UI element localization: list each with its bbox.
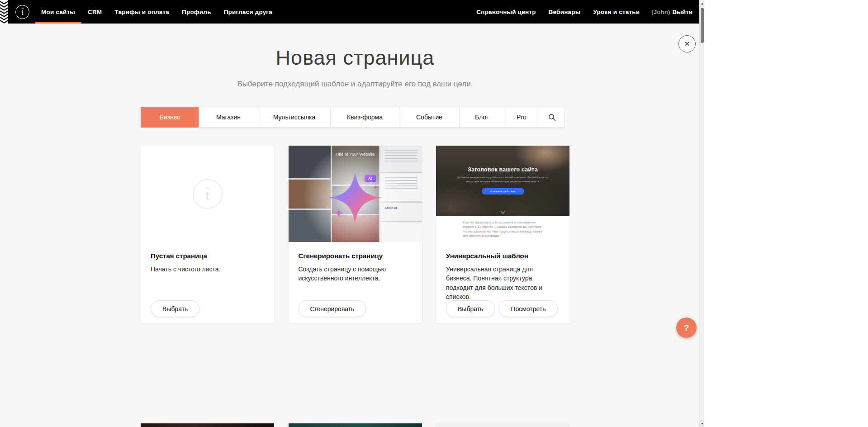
nav-item-invite-friend[interactable]: Пригласи друга xyxy=(218,0,279,24)
logout-link[interactable]: Выйти xyxy=(673,9,693,15)
user-name: (John) xyxy=(651,9,670,15)
card-universal-template[interactable]: Заголовок вашего сайта Добавьте интересн… xyxy=(436,146,569,323)
help-question-icon: ? xyxy=(684,323,689,333)
close-button[interactable]: ✕ xyxy=(678,35,696,52)
app-window: ~ t Мои сайты CRM Тарифы и оплата Профил… xyxy=(0,0,704,427)
card-description: Начать с чистого листа. xyxy=(151,265,264,274)
top-navbar: ~ t Мои сайты CRM Тарифы и оплата Профил… xyxy=(0,0,704,24)
card-partial[interactable] xyxy=(141,423,274,427)
tilda-logo-letter: t xyxy=(21,9,23,16)
zigzag-pattern xyxy=(0,0,8,24)
generate-button[interactable]: Сгенерировать xyxy=(299,300,366,317)
card-description: Универсальная страница для бизнеса. Поня… xyxy=(446,265,560,301)
card-title: Универсальный шаблон xyxy=(446,252,560,260)
tab-event[interactable]: Событие xyxy=(399,107,460,128)
card-description: Создать страницу с помощью искусственног… xyxy=(299,265,412,283)
card-preview-partial xyxy=(289,423,422,427)
ai-badge: AI xyxy=(365,175,376,182)
preview-site-title: Title of Your Website xyxy=(289,152,422,157)
tab-store[interactable]: Магазин xyxy=(199,107,258,128)
ai-preview: About us Title of Your Website xyxy=(289,146,422,242)
card-preview-partial xyxy=(436,423,569,427)
tilda-watermark-icon: ~ t xyxy=(193,179,223,209)
nav-item-plans-payment[interactable]: Тарифы и оплата xyxy=(108,0,175,24)
card-partial[interactable] xyxy=(436,423,569,427)
template-preview: Заголовок вашего сайта Добавьте интересн… xyxy=(436,146,569,242)
card-title: Сгенерировать страницу xyxy=(299,252,412,260)
preview-hero-title: Заголовок вашего сайта xyxy=(436,146,569,173)
nav-item-webinars[interactable]: Вебинары xyxy=(542,0,587,24)
card-title: Пустая страница xyxy=(151,252,264,260)
preview-hero: Заголовок вашего сайта Добавьте интересн… xyxy=(436,146,569,216)
scrollbar-thumb[interactable] xyxy=(701,8,704,43)
chevron-down-icon xyxy=(501,209,505,214)
tab-pro[interactable]: Pro xyxy=(504,107,539,128)
card-ai-generate[interactable]: About us Title of Your Website xyxy=(289,146,422,323)
nav-item-profile[interactable]: Профиль xyxy=(175,0,218,24)
template-grid-row2 xyxy=(141,423,569,427)
tab-business[interactable]: Бизнес xyxy=(141,107,199,128)
template-grid: ~ t Пустая страница Начать с чистого лис… xyxy=(141,146,569,323)
preview-hero-text: Добавьте интересные подробности о вашей … xyxy=(455,176,551,184)
sparkle-small-icon xyxy=(373,185,379,190)
page-title: Новая страница xyxy=(141,47,569,68)
navbar-right-menu: Справочный центр Вебинары Уроки и статьи… xyxy=(470,0,704,24)
tab-blog[interactable]: Блог xyxy=(459,107,504,128)
nav-item-lessons-articles[interactable]: Уроки и статьи xyxy=(587,0,646,24)
tab-search[interactable] xyxy=(539,107,565,128)
page-content: Новая страница Выберите подходящий шабло… xyxy=(141,24,569,427)
nav-item-my-sites[interactable]: Мои сайты xyxy=(35,0,81,24)
search-icon xyxy=(548,114,556,121)
scroll-up-button[interactable]: ▲ xyxy=(700,0,704,7)
preview-hero-button: основное действие xyxy=(482,188,524,195)
card-blank-page[interactable]: ~ t Пустая страница Начать с чистого лис… xyxy=(141,146,274,323)
nav-item-crm[interactable]: CRM xyxy=(81,0,108,24)
screen: { "navbar": { "logo": { "tilde": "~", "l… xyxy=(0,0,868,427)
close-icon: ✕ xyxy=(684,40,690,48)
tab-multilink[interactable]: Мультиссылка xyxy=(258,107,331,128)
tilda-logo[interactable]: ~ t xyxy=(15,5,29,19)
select-button[interactable]: Выбрать xyxy=(151,300,199,317)
nav-item-logout[interactable]: (John) Выйти xyxy=(646,9,698,15)
blank-preview: ~ t xyxy=(141,146,274,242)
sparkle-small-icon xyxy=(334,208,344,218)
scroll-down-button[interactable]: ▼ xyxy=(700,420,704,427)
page-subtitle: Выберите подходящий шаблон и адаптируйте… xyxy=(141,80,569,89)
tab-quiz-form[interactable]: Квиз-форма xyxy=(330,107,399,128)
select-button[interactable]: Выбрать xyxy=(446,300,495,317)
help-button[interactable]: ? xyxy=(676,318,697,338)
template-tabs: Бизнес Магазин Мультиссылка Квиз-форма С… xyxy=(141,107,569,128)
card-preview-partial xyxy=(141,423,274,427)
scrollbar[interactable]: ▲ ▼ xyxy=(699,0,704,427)
preview-button[interactable]: Посмотреть xyxy=(499,300,557,317)
nav-item-help-center[interactable]: Справочный центр xyxy=(470,0,542,24)
preview-body-text: Коротко представьтесь и расскажите о ком… xyxy=(463,220,543,238)
card-partial[interactable] xyxy=(289,423,422,427)
navbar-left-menu: Мои сайты CRM Тарифы и оплата Профиль Пр… xyxy=(35,0,279,24)
zigzag-icon xyxy=(0,0,8,24)
